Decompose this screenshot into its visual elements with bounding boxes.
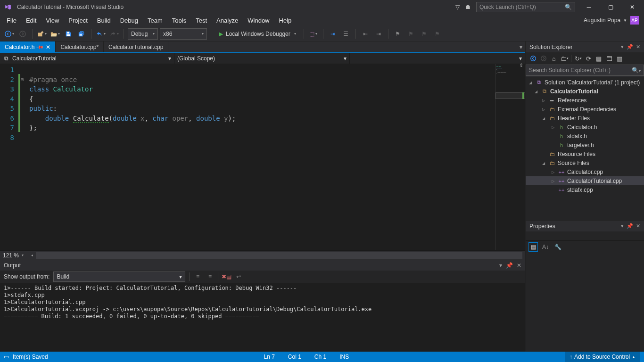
- project-node[interactable]: ⧉CalculatorTutorial: [526, 87, 644, 96]
- menu-build[interactable]: Build: [92, 15, 116, 26]
- scope-combo[interactable]: (Global Scope) ▾: [174, 53, 350, 64]
- file-calculatortutorial-cpp[interactable]: ++CalculatorTutorial.cpp: [526, 176, 644, 185]
- config-combo[interactable]: Debug▾: [128, 28, 158, 40]
- bookmark-prev-button[interactable]: ⚑: [405, 28, 417, 40]
- sync-button[interactable]: ↻▾: [573, 54, 583, 63]
- tab-calculator-h[interactable]: Calculator.h 📌 ✕: [0, 41, 56, 52]
- dropdown-icon[interactable]: ▾: [621, 223, 624, 229]
- scroll-left-button[interactable]: ◂: [28, 252, 36, 259]
- resource-files-node[interactable]: 🗀Resource Files: [526, 149, 644, 158]
- bookmark-button[interactable]: ⚑: [392, 28, 404, 40]
- split-handle-icon[interactable]: ⇕: [520, 64, 523, 66]
- dropdown-icon[interactable]: ▾: [499, 262, 502, 269]
- next-message-button[interactable]: ≡: [206, 273, 214, 280]
- menu-debug[interactable]: Debug: [116, 15, 143, 26]
- code-area[interactable]: #pragma once class Calculator { public: …: [27, 64, 495, 250]
- tab-calculatortutorial-cpp[interactable]: CalculatorTutorial.cpp: [104, 41, 168, 52]
- properties-wrench-icon[interactable]: 🔧: [553, 242, 562, 252]
- zoom-level[interactable]: 121 %: [3, 252, 19, 259]
- close-icon[interactable]: ✕: [636, 44, 640, 50]
- menu-test[interactable]: Test: [191, 15, 212, 26]
- pin-icon[interactable]: 📌: [506, 262, 513, 269]
- menu-file[interactable]: File: [2, 15, 21, 26]
- open-file-button[interactable]: ▾: [50, 28, 61, 40]
- close-icon[interactable]: ✕: [636, 223, 640, 229]
- alphabetical-button[interactable]: A↓: [541, 242, 550, 252]
- solution-search-input[interactable]: Search Solution Explorer (Ctrl+;) 🔍▾: [526, 65, 644, 76]
- menu-analyze[interactable]: Analyze: [212, 15, 243, 26]
- solution-node[interactable]: ⧉Solution 'CalculatorTutorial' (1 projec…: [526, 78, 644, 87]
- forward-button[interactable]: [539, 54, 548, 63]
- menu-team[interactable]: Team: [143, 15, 167, 26]
- solution-tree[interactable]: ⧉Solution 'CalculatorTutorial' (1 projec…: [526, 77, 644, 220]
- pin-icon[interactable]: 📌: [627, 223, 633, 229]
- feedback-icon[interactable]: ☗: [465, 4, 471, 10]
- step-into-button[interactable]: ⇥: [327, 28, 339, 40]
- nav-fwd-button[interactable]: [17, 28, 28, 40]
- tab-calculator-cpp[interactable]: Calculator.cpp*: [56, 41, 104, 52]
- clear-output-button[interactable]: ✖▤: [222, 273, 231, 280]
- solution-button[interactable]: 🗀▾: [560, 54, 569, 63]
- output-text[interactable]: 1>------ Build started: Project: Calcula…: [0, 283, 525, 352]
- source-control-button[interactable]: ↑ Add to Source Control ▲: [565, 352, 640, 362]
- references-node[interactable]: ▪▪References: [526, 96, 644, 105]
- refresh-button[interactable]: ⟳: [584, 54, 593, 63]
- indent-more-button[interactable]: ⇥: [373, 28, 384, 40]
- file-stdafx-h[interactable]: hstdafx.h: [526, 132, 644, 140]
- file-calculator-h[interactable]: hCalculator.h: [526, 123, 644, 132]
- pin-icon[interactable]: 📌: [36, 43, 44, 50]
- tabs-overflow[interactable]: ▾: [517, 41, 525, 52]
- new-project-button[interactable]: ▾: [36, 28, 48, 40]
- home-button[interactable]: ⌂: [549, 54, 559, 63]
- chevron-down-icon[interactable]: ▾: [22, 253, 24, 257]
- menu-edit[interactable]: Edit: [21, 15, 41, 26]
- horizontal-scrollbar[interactable]: ◂: [28, 252, 522, 259]
- code-editor[interactable]: 12345678 ⊟ #pragma once class Calculator…: [0, 64, 525, 250]
- external-deps-node[interactable]: 🗀External Dependencies: [526, 105, 644, 114]
- bookmark-next-button[interactable]: ⚑: [419, 28, 430, 40]
- menu-window[interactable]: Window: [243, 15, 274, 26]
- show-all-button[interactable]: ▤: [594, 54, 603, 63]
- save-all-button[interactable]: [76, 28, 87, 40]
- properties-button[interactable]: 🗔: [604, 54, 614, 63]
- pin-icon[interactable]: 📌: [627, 44, 633, 50]
- prev-message-button[interactable]: ≡: [193, 273, 202, 280]
- minimize-button[interactable]: ─: [581, 0, 597, 14]
- close-icon[interactable]: ✕: [46, 44, 50, 50]
- fold-gutter[interactable]: ⊟: [21, 64, 27, 250]
- code-minimap[interactable]: ⇕ ▬▬▬ ▬▬▬▬ ▬▬▬▬ ▬▬▬▬▬ ▬ ▬▬▬▬ ▬▬▬▬ ▬▬▬▬▬▬…: [495, 64, 525, 250]
- header-files-node[interactable]: 🗀Header Files: [526, 114, 644, 123]
- platform-combo[interactable]: x86▾: [160, 28, 207, 40]
- file-calculator-cpp[interactable]: ++Calculator.cpp: [526, 167, 644, 176]
- save-button[interactable]: [63, 28, 74, 40]
- file-stdafx-cpp[interactable]: ++stdafx.cpp: [526, 185, 644, 194]
- nav-back-button[interactable]: ▾: [4, 28, 15, 40]
- quick-launch-input[interactable]: Quick Launch (Ctrl+Q) 🔍: [476, 2, 575, 12]
- file-targetver-h[interactable]: htargetver.h: [526, 140, 644, 149]
- menu-tools[interactable]: Tools: [167, 15, 191, 26]
- menu-view[interactable]: View: [41, 15, 64, 26]
- menu-help[interactable]: Help: [274, 15, 297, 26]
- member-combo[interactable]: ▾: [350, 53, 525, 64]
- comment-button[interactable]: ☰: [340, 28, 352, 40]
- close-button[interactable]: ✕: [624, 0, 640, 14]
- start-debugging-button[interactable]: ▶ Local Windows Debugger ▾: [215, 28, 300, 40]
- back-button[interactable]: [528, 54, 538, 63]
- preview-button[interactable]: ▥: [615, 54, 624, 63]
- close-icon[interactable]: ✕: [517, 262, 521, 269]
- avatar[interactable]: AP: [630, 16, 639, 25]
- source-files-node[interactable]: 🗀Source Files: [526, 158, 644, 167]
- toolbar-button[interactable]: ⬚▾: [308, 28, 319, 40]
- redo-button[interactable]: ▾: [108, 28, 120, 40]
- dropdown-icon[interactable]: ▾: [621, 44, 624, 50]
- indent-less-button[interactable]: ⇤: [360, 28, 371, 40]
- output-source-combo[interactable]: Build ▾: [53, 272, 185, 282]
- project-combo[interactable]: ⧉CalculatorTutorial ▾: [0, 53, 174, 64]
- bookmark-clear-button[interactable]: ⚑: [432, 28, 443, 40]
- categorized-button[interactable]: ▤: [528, 242, 538, 252]
- maximize-button[interactable]: ▢: [603, 0, 619, 14]
- menu-project[interactable]: Project: [64, 15, 92, 26]
- signin-area[interactable]: Augustin Popa ▼ AP: [584, 16, 642, 25]
- toggle-wordwrap-button[interactable]: ↩: [234, 273, 243, 280]
- notifications-icon[interactable]: ▽: [455, 4, 460, 10]
